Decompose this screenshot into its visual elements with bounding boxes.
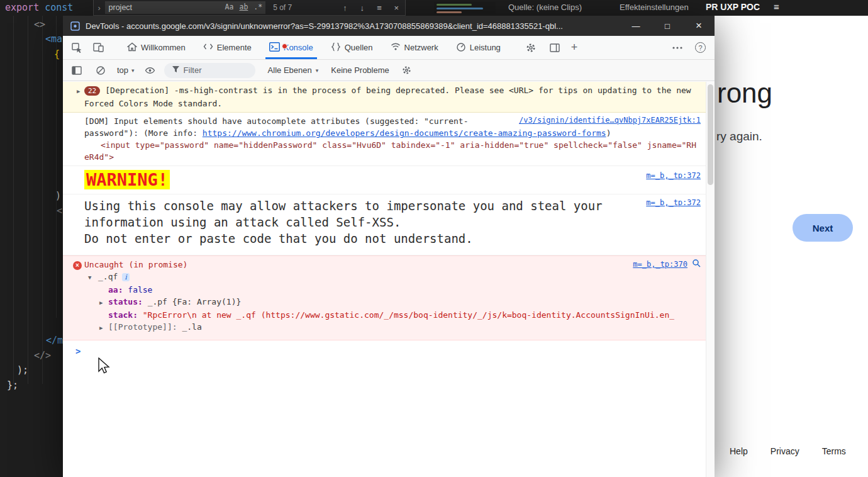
elements-icon xyxy=(203,42,213,53)
tab-konsole[interactable]: Konsole xyxy=(260,36,322,59)
close-button[interactable]: × xyxy=(683,16,715,36)
issues-counter[interactable]: Keine Probleme xyxy=(331,65,389,75)
console-prompt[interactable]: > xyxy=(63,340,715,357)
devtools-tabbar: Willkommen Elemente Konsole Quellen Netz… xyxy=(63,36,715,60)
tab-elemente[interactable]: Elemente xyxy=(194,36,260,59)
message-text: [Deprecation] -ms-high-contrast is in th… xyxy=(84,86,691,108)
project-title: PR UXP POC xyxy=(706,2,760,12)
console-message-deprecation: ▶22[Deprecation] -ms-high-contrast is in… xyxy=(63,82,715,113)
console-message-error: × m=_b,_tp:370 Uncaught (in promise) ▼_.… xyxy=(63,255,715,340)
page-heading-fragment: rong xyxy=(717,77,772,109)
device-toolbar-icon[interactable] xyxy=(92,36,104,59)
clear-console-icon[interactable] xyxy=(96,65,106,76)
indent-guide xyxy=(42,16,43,384)
chevron-icon[interactable]: › xyxy=(94,3,105,13)
tab-willkommen[interactable]: Willkommen xyxy=(118,36,194,59)
filter-funnel-icon xyxy=(172,65,180,75)
console-message-selfxss: m=_b,_tp:372 Using this console may allo… xyxy=(63,194,715,255)
find-previous-button[interactable]: ↑ xyxy=(337,3,353,13)
help-link[interactable]: Help xyxy=(730,446,748,456)
object-property-row[interactable]: ▶status: _.pf {Fa: Array(1)} xyxy=(99,296,701,309)
tab-leistung[interactable]: Leistung xyxy=(447,36,509,59)
keyword-const: const xyxy=(45,2,73,13)
message-text: Using this console may allow attackers t… xyxy=(84,198,701,247)
console-message-dom-warning: /v3/signin/identifie…qvNbpj7xEAR25Ejtk:1… xyxy=(63,113,715,166)
help-icon[interactable]: ? xyxy=(695,42,706,53)
warning-banner-text: WARNING! xyxy=(84,170,170,189)
more-tabs-button[interactable]: + xyxy=(571,36,578,59)
find-close-button[interactable]: × xyxy=(388,3,405,13)
code-fragment: < xyxy=(57,205,62,216)
source-link[interactable]: m=_b,_tp:370 xyxy=(633,259,687,270)
code-fragment: ); xyxy=(17,364,28,376)
find-in-selection-button[interactable]: ≡ xyxy=(370,3,387,13)
object-property-row: stack: "RpcError\n at new _.qf (https://… xyxy=(99,309,701,321)
editor-top-line: export const xyxy=(5,2,73,13)
settings-gear-icon[interactable] xyxy=(525,36,537,59)
effects-panel-label: Effekteinstellungen xyxy=(620,3,689,12)
expander-icon[interactable]: ▶ xyxy=(77,86,84,98)
console-message-warning-banner: m=_b,_tp:372 WARNING! xyxy=(63,166,715,194)
log-levels-selector[interactable]: Alle Ebenen ▾ xyxy=(268,65,319,75)
source-link[interactable]: m=_b,_tp:372 xyxy=(646,171,701,181)
find-results-count: 5 of 7 xyxy=(273,3,305,12)
background-top-bar: export const › project Aa ab .* 5 of 7 ↑… xyxy=(0,0,868,16)
filter-placeholder: Filter xyxy=(184,65,202,75)
regex-toggle[interactable]: .* xyxy=(253,3,262,11)
next-button[interactable]: Next xyxy=(793,214,853,242)
privacy-link[interactable]: Privacy xyxy=(771,446,799,456)
object-property-row[interactable]: ▶[[Prototype]]: _.la xyxy=(99,321,701,334)
chevron-down-icon: ▾ xyxy=(316,67,319,74)
whole-word-toggle[interactable]: ab xyxy=(239,3,248,11)
expander-icon[interactable]: ▼ xyxy=(88,272,98,284)
code-editor[interactable]: <><ma{)<</m</>);}; xyxy=(0,16,63,477)
page-subtext-fragment: ry again. xyxy=(716,130,762,143)
maximize-button[interactable]: □ xyxy=(652,16,683,36)
minimize-button[interactable]: — xyxy=(620,16,652,36)
object-property-row: aa: false xyxy=(99,284,701,296)
live-expression-eye-icon[interactable] xyxy=(145,67,155,74)
code-fragment: </m xyxy=(46,335,63,346)
code-fragment: { xyxy=(54,48,60,60)
sidebar-toggle-icon[interactable] xyxy=(72,66,82,75)
source-link[interactable]: m=_b,_tp:372 xyxy=(646,198,701,208)
devtools-titlebar[interactable]: DevTools - accounts.google.com/v3/signin… xyxy=(63,16,715,36)
devtools-window: DevTools - accounts.google.com/v3/signin… xyxy=(63,16,715,477)
code-fragment: ) xyxy=(55,190,61,201)
code-sliver xyxy=(434,2,496,14)
tab-netzwerk[interactable]: Netzwerk xyxy=(382,36,447,59)
magnifier-icon[interactable] xyxy=(692,259,701,271)
find-next-button[interactable]: ↓ xyxy=(353,3,370,13)
performance-icon xyxy=(456,42,466,53)
editor-find-widget: › project Aa ab .* 5 of 7 ↑ ↓ ≡ × xyxy=(93,0,406,16)
error-icon: × xyxy=(73,261,82,270)
source-link[interactable]: /v3/signin/identifie…qvNbpj7xEAR25Ejtk:1 xyxy=(519,115,701,126)
chromium-docs-link[interactable]: https://www.chromium.org/developers/desi… xyxy=(203,128,606,138)
filter-input[interactable]: Filter xyxy=(164,63,255,78)
tab-quellen[interactable]: Quellen xyxy=(322,36,382,59)
scrollbar-thumb[interactable] xyxy=(708,84,713,185)
expander-icon[interactable]: ▶ xyxy=(99,297,108,309)
context-selector[interactable]: top ▾ xyxy=(117,65,135,75)
match-case-toggle[interactable]: Aa xyxy=(225,3,234,11)
code-fragment: </> xyxy=(34,350,51,361)
terms-link[interactable]: Terms xyxy=(822,446,846,456)
console-scrollbar[interactable] xyxy=(706,82,715,477)
repeat-count-badge: 22 xyxy=(84,86,100,96)
console-error-badge xyxy=(282,43,287,49)
keyword-export: export xyxy=(5,2,39,13)
find-input[interactable]: project Aa ab .* xyxy=(105,1,266,14)
dock-side-icon[interactable] xyxy=(548,36,561,59)
expander-icon[interactable]: ▶ xyxy=(99,322,108,334)
console-settings-gear-icon[interactable] xyxy=(402,65,411,75)
more-options-icon[interactable] xyxy=(671,36,684,59)
menu-icon[interactable]: ≡ xyxy=(774,1,779,12)
code-fragment: }; xyxy=(7,379,18,391)
console-messages: ▶22[Deprecation] -ms-high-contrast is in… xyxy=(63,82,715,477)
mouse-cursor xyxy=(98,357,111,378)
inspect-element-icon[interactable] xyxy=(70,36,83,59)
logged-element[interactable]: <input type="password" name="hiddenPassw… xyxy=(84,139,701,163)
devtools-logo-icon xyxy=(70,21,80,31)
object-row[interactable]: ▼_.qfi xyxy=(88,271,701,284)
network-icon xyxy=(391,42,401,53)
